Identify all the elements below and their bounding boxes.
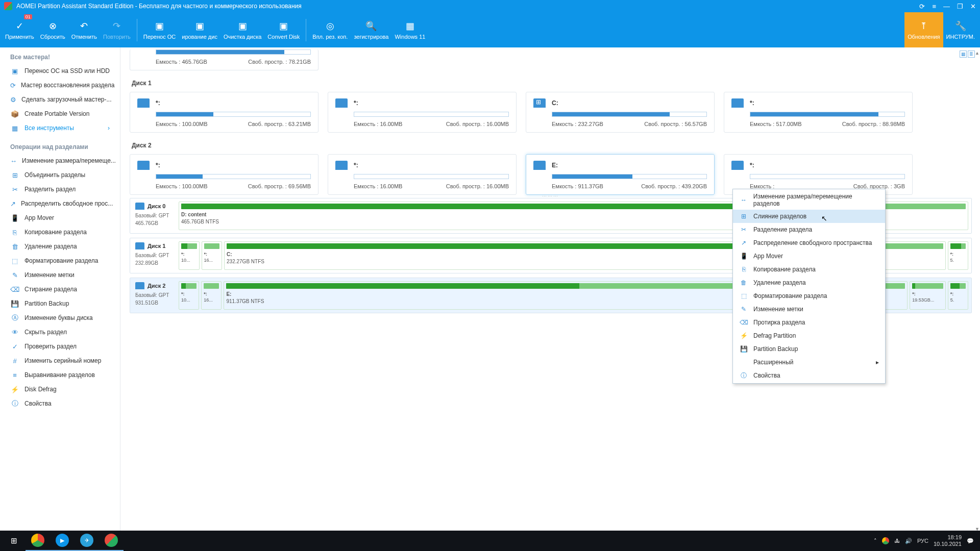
wizard-item-2[interactable]: ⚙Сделать загрузочный мастер-... (0, 92, 120, 107)
op-item-0[interactable]: ↔Изменение размера/перемеще... (0, 154, 120, 168)
diskmap-segment[interactable]: *:19.53GB... (910, 281, 945, 310)
scroll-down-icon[interactable]: ▼ (975, 527, 980, 531)
op-item-14[interactable]: #Изменить серийный номер (0, 354, 120, 368)
apply-label: Применить (5, 34, 34, 40)
ctx-item-13[interactable]: ⓘСвойства (733, 369, 885, 382)
partition-card[interactable]: E: Емкость : 911.37GBСвоб. простр. : 439… (526, 154, 715, 195)
ctx-icon: ↔ (739, 196, 748, 204)
op-item-17[interactable]: ⓘСвойства (0, 396, 120, 411)
ctx-item-2[interactable]: ✂Разделение раздела (733, 223, 885, 236)
telegram-task[interactable]: ✈ (75, 531, 99, 551)
tray-lang[interactable]: РУС (917, 538, 928, 544)
op-item-13[interactable]: ✓Проверить раздел (0, 339, 120, 354)
ctx-item-4[interactable]: 📱App Mover (733, 249, 885, 263)
all-tools-item[interactable]: ▦Все инструменты › (0, 121, 120, 135)
tray-sound-icon[interactable]: 🔊 (905, 538, 912, 544)
ctx-item-5[interactable]: ⎘Копирование раздела (733, 263, 885, 276)
ctx-item-12[interactable]: Расширенный ▸ (733, 356, 885, 369)
op-item-15[interactable]: ≡Выравнивание разделов (0, 368, 120, 382)
undo-label: Отменить (71, 34, 97, 40)
diskmap-segment[interactable]: *:5. (948, 241, 969, 270)
disk-clean-button[interactable]: ▣Очистка диска (220, 12, 264, 47)
diskmap-segment[interactable]: *:16... (202, 241, 223, 270)
op-item-2[interactable]: ✂Разделить раздел (0, 182, 120, 196)
wizard-item-3[interactable]: 📦Create Portable Version (0, 107, 120, 121)
ctx-item-1[interactable]: ⊞Слияние разделов (733, 210, 885, 223)
diskmap-segment[interactable]: *:10... (179, 241, 200, 270)
partition-card[interactable]: *: Емкость : 100.00MBСвоб. простр. : 69.… (130, 154, 318, 195)
maximize-icon[interactable]: ❐ (957, 3, 963, 10)
clone-disk-button[interactable]: ▣ирование дис (179, 12, 220, 47)
ctx-icon: ⬚ (739, 292, 748, 300)
ctx-item-6[interactable]: 🗑Удаление раздела (733, 276, 885, 289)
scroll-up-icon[interactable]: ▲ (975, 51, 980, 56)
reset-button[interactable]: ⊗Сбросить (37, 12, 68, 47)
backup-button[interactable]: ◎Впл. рез. коп. (309, 12, 351, 47)
partition-card[interactable]: *: Емкость : 16.00MBСвоб. простр. : 16.0… (328, 92, 517, 133)
partition-card[interactable]: *: Емкость : 100.00MBСвоб. простр. : 63.… (130, 92, 318, 133)
partition-card[interactable]: Емкость : 465.76GBСвоб. простр. : 78.21G… (130, 49, 318, 70)
apply-button[interactable]: ✓Применить (2, 12, 37, 47)
partition-card[interactable]: *: Емкость : 16.00MBСвоб. простр. : 16.0… (328, 154, 517, 195)
drive-icon (731, 98, 744, 108)
grid-view-icon[interactable]: ▦ (960, 51, 967, 58)
tray-chevron-icon[interactable]: ˄ (874, 538, 877, 544)
drive-letter: *: (750, 99, 905, 107)
upgrade-label: Обновления (908, 34, 940, 40)
ctx-item-0[interactable]: ↔Изменение размера/перемещение разделов (733, 190, 885, 210)
tray-network-icon[interactable]: 🖧 (894, 538, 900, 544)
close-icon[interactable]: ✕ (970, 3, 976, 10)
tray-clock[interactable]: 18:1910.10.2021 (934, 534, 962, 547)
op-item-10[interactable]: 💾Partition Backup (0, 296, 120, 311)
diskmap-segment[interactable]: *:16... (201, 281, 222, 310)
op-item-6[interactable]: 🗑Удаление раздела (0, 239, 120, 254)
ctx-item-8[interactable]: ✎Изменение метки (733, 303, 885, 316)
ctx-icon: ⎘ (739, 265, 748, 273)
tray-notifications-icon[interactable]: 💬 (967, 538, 974, 544)
ctx-item-3[interactable]: ↗Распределение свободного пространства (733, 236, 885, 249)
tools-button[interactable]: 🔧ИНСТРУМ. (943, 12, 978, 47)
wizard-item-0[interactable]: ▣Перенос ОС на SSD или HDD (0, 64, 120, 78)
refresh-icon[interactable]: ⟳ (919, 3, 925, 10)
disk-type: Базовый: GPT (135, 212, 176, 219)
partition-card[interactable]: C: Емкость : 232.27GBСвоб. простр. : 56.… (526, 92, 715, 133)
ctx-label: Partition Backup (753, 345, 798, 353)
op-item-4[interactable]: 📱App Mover (0, 211, 120, 225)
minimize-icon[interactable]: — (943, 3, 950, 10)
op-item-7[interactable]: ⬚Форматирование раздела (0, 254, 120, 268)
partition-card[interactable]: *: Емкость : 517.00MBСвоб. простр. : 88.… (724, 92, 913, 133)
op-item-1[interactable]: ⊞Объединить разделы (0, 168, 120, 182)
ctx-item-9[interactable]: ⌫Протирка раздела (733, 316, 885, 329)
migrate-os-button[interactable]: ▣Перенос ОС (140, 12, 179, 47)
register-button[interactable]: 🔍зегистрирова (351, 12, 391, 47)
op-item-12[interactable]: 👁Скрыть раздел (0, 325, 120, 339)
op-item-5[interactable]: ⎘Копирование раздела (0, 225, 120, 239)
diskmap-segment[interactable]: *:10... (179, 281, 199, 310)
op-icon: # (10, 357, 19, 365)
ctx-item-10[interactable]: ⚡Defrag Partition (733, 329, 885, 342)
hamburger-icon[interactable]: ≡ (932, 3, 936, 10)
app-task-1[interactable]: ▶ (50, 531, 75, 551)
aomei-task[interactable] (99, 531, 124, 551)
tray-cloud-icon[interactable] (882, 537, 889, 544)
start-button[interactable]: ⊞ (2, 531, 26, 551)
undo-button[interactable]: ↶Отменить (68, 12, 100, 47)
op-item-3[interactable]: ↗Распределить свободное прос... (0, 196, 120, 211)
ctx-label: Протирка раздела (753, 319, 805, 326)
chrome-task[interactable] (26, 531, 50, 551)
win11-button[interactable]: ▦Windows 11 (391, 12, 428, 47)
convert-disk-button[interactable]: ▣Convert Disk (264, 12, 303, 47)
segment-label: *:5. (950, 251, 966, 263)
ctx-label: Удаление раздела (753, 279, 806, 286)
capacity-text: Емкость : 16.00MB (354, 183, 402, 189)
ctx-item-11[interactable]: 💾Partition Backup (733, 342, 885, 356)
upgrade-button[interactable]: ⤒Обновления (904, 12, 943, 47)
op-item-9[interactable]: ⌫Стирание раздела (0, 282, 120, 296)
op-item-11[interactable]: ⒶИзменение буквы диска (0, 311, 120, 325)
op-item-16[interactable]: ⚡Disk Defrag (0, 382, 120, 396)
op-item-8[interactable]: ✎Изменение метки (0, 268, 120, 282)
list-view-icon[interactable]: ≣ (968, 51, 975, 58)
diskmap-segment[interactable]: *:5. (948, 281, 968, 310)
ctx-item-7[interactable]: ⬚Форматирование раздела (733, 289, 885, 303)
wizard-item-1[interactable]: ⟳Мастер восстановления раздела (0, 78, 120, 92)
